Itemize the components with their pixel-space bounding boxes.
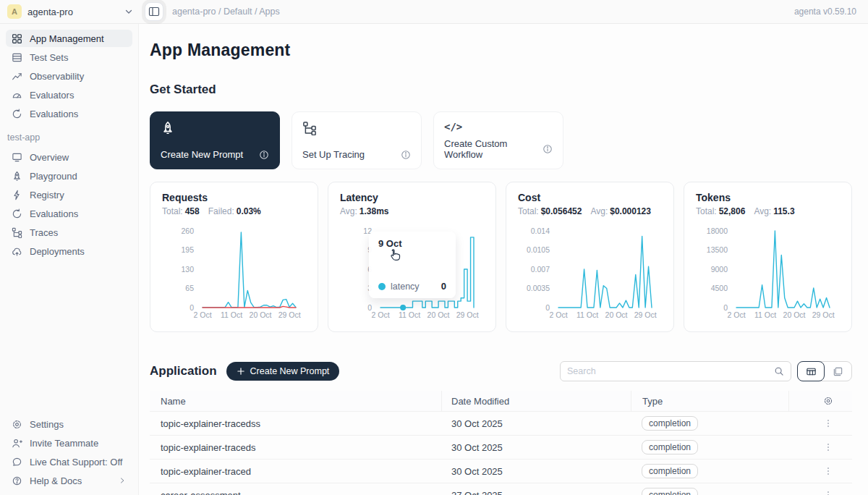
lightning-icon <box>12 190 22 200</box>
chart-title: Requests <box>162 192 306 203</box>
svg-text:20 Oct: 20 Oct <box>427 310 450 319</box>
svg-text:2 Oct: 2 Oct <box>193 310 211 319</box>
dots-vertical-icon <box>823 442 833 452</box>
create-new-prompt-card[interactable]: Create New Prompt <box>150 111 280 169</box>
user-plus-icon <box>12 438 22 449</box>
column-header-type[interactable]: Type <box>631 391 788 411</box>
search-icon[interactable] <box>774 366 784 376</box>
card-view-button[interactable] <box>824 362 851 381</box>
sidebar-item-settings[interactable]: Settings <box>6 415 132 433</box>
set-up-tracing-card[interactable]: Set Up Tracing <box>292 111 422 169</box>
column-header-name[interactable]: Name <box>150 396 441 407</box>
sidebar-item-observability[interactable]: Observability <box>6 67 132 85</box>
sidebar-item-help-docs[interactable]: Help & Docs <box>6 472 132 489</box>
sidebar-item-live-chat-support[interactable]: Live Chat Support: Off <box>6 453 132 470</box>
search-box[interactable] <box>560 361 791 381</box>
svg-text:260: 260 <box>181 227 194 235</box>
column-header-date-modified[interactable]: Date Modified <box>441 391 631 411</box>
sidebar: App Management Test Sets Observability E… <box>0 24 139 495</box>
application-heading: Application <box>150 364 217 378</box>
view-mode-toggle <box>797 361 852 381</box>
gear-icon <box>12 419 22 430</box>
table-view-button[interactable] <box>797 361 825 381</box>
sidebar-item-label: Settings <box>30 419 64 430</box>
sidebar-item-invite-teammate[interactable]: Invite Teammate <box>6 434 132 452</box>
search-input[interactable] <box>567 366 774 376</box>
cloud-icon <box>12 246 22 257</box>
chart-title: Tokens <box>696 192 840 203</box>
sidebar-item-test-sets[interactable]: Test Sets <box>6 48 132 66</box>
table-header-row: Name Date Modified Type <box>150 391 852 412</box>
workspace-name: agenta-pro <box>27 7 117 17</box>
chart-title: Cost <box>518 192 662 203</box>
table-row[interactable]: topic-explainer-tracedss 30 Oct 2025 com… <box>150 412 852 436</box>
workspace-selector[interactable]: A agenta-pro <box>7 4 135 19</box>
row-menu-button[interactable] <box>823 466 833 476</box>
sidebar-item-evaluations-app[interactable]: Evaluations <box>6 205 132 222</box>
tooltip-series-label: latency <box>391 282 420 292</box>
sidebar-item-label: Test Sets <box>30 52 68 63</box>
chat-icon <box>12 457 22 468</box>
table-row[interactable]: topic-explainer-traced 30 Oct 2025 compl… <box>150 460 852 483</box>
sidebar-item-label: App Management <box>30 33 104 44</box>
svg-text:20 Oct: 20 Oct <box>605 310 628 319</box>
table-view-icon <box>806 366 817 377</box>
table-row[interactable]: topic-explainer-traceds 30 Oct 2025 comp… <box>150 436 852 460</box>
svg-text:29 Oct: 29 Oct <box>278 310 301 319</box>
requests-chart[interactable]: 2601951306502 Oct11 Oct20 Oct29 Oct <box>162 224 307 322</box>
table-icon <box>12 52 22 63</box>
sidebar-item-overview[interactable]: Overview <box>6 148 132 166</box>
card-label: Set Up Tracing <box>302 149 365 160</box>
topbar: A agenta-pro agenta-pro / Default / Apps… <box>0 0 868 24</box>
svg-text:9000: 9000 <box>711 265 728 274</box>
sidebar-item-label: Deployments <box>30 246 85 257</box>
cost-chart[interactable]: 0.0140.01050.0070.003502 Oct11 Oct20 Oct… <box>518 224 663 322</box>
grid-icon <box>12 33 22 44</box>
svg-text:29 Oct: 29 Oct <box>634 310 657 319</box>
svg-text:11 Oct: 11 Oct <box>576 310 598 319</box>
type-badge: completion <box>642 464 698 478</box>
create-new-prompt-button[interactable]: Create New Prompt <box>226 362 340 381</box>
svg-text:2 Oct: 2 Oct <box>727 310 745 319</box>
breadcrumb[interactable]: agenta-pro / Default / Apps <box>172 7 280 17</box>
sidebar-item-playground[interactable]: Playground <box>6 167 132 185</box>
create-custom-workflow-card[interactable]: </> Create Custom Workflow <box>433 111 563 169</box>
info-icon[interactable] <box>259 150 269 160</box>
series-dot <box>378 283 386 290</box>
tooltip-value: 0 <box>441 281 446 292</box>
app-name: topic-explainer-traced <box>150 466 441 477</box>
dots-vertical-icon <box>823 418 833 428</box>
row-menu-button[interactable] <box>823 490 833 495</box>
info-icon[interactable] <box>401 150 411 160</box>
line-chart-icon <box>12 71 22 82</box>
sidebar-item-deployments[interactable]: Deployments <box>6 242 132 260</box>
sidebar-item-evaluations[interactable]: Evaluations <box>6 105 132 122</box>
sidebar-item-app-management[interactable]: App Management <box>6 30 132 47</box>
sidebar-item-label: Overview <box>30 152 69 163</box>
row-menu-button[interactable] <box>823 418 833 428</box>
metrics-charts: Requests Total:458 Failed:0.03% 26019513… <box>150 182 852 332</box>
tokens-chart[interactable]: 18000135009000450002 Oct11 Oct20 Oct29 O… <box>696 224 841 322</box>
chart-title: Latency <box>340 192 484 203</box>
monitor-icon <box>12 152 22 163</box>
sidebar-item-traces[interactable]: Traces <box>6 224 132 241</box>
stat-label: Total: <box>162 206 183 216</box>
svg-text:0.014: 0.014 <box>531 227 550 235</box>
sidebar-collapse-button[interactable] <box>145 2 163 21</box>
column-settings-gear-icon[interactable] <box>823 396 833 406</box>
card-label: Create Custom Workflow <box>444 138 542 160</box>
question-icon <box>12 475 22 486</box>
table-row[interactable]: career-assessment 27 Oct 2025 completion <box>150 483 852 495</box>
sidebar-item-evaluators[interactable]: Evaluators <box>6 86 132 103</box>
cost-chart-card: Cost Total:$0.056452 Avg:$0.000123 0.014… <box>506 182 674 332</box>
stat-value: 115.3 <box>773 206 794 216</box>
svg-text:4500: 4500 <box>711 284 728 292</box>
sidebar-item-label: Live Chat Support: Off <box>30 457 122 468</box>
sidebar-item-registry[interactable]: Registry <box>6 186 132 203</box>
info-icon[interactable] <box>542 144 553 154</box>
row-menu-button[interactable] <box>823 442 833 452</box>
refresh-icon <box>12 208 22 219</box>
app-version: agenta v0.59.10 <box>794 7 856 17</box>
page-title: App Management <box>150 41 852 60</box>
app-name: topic-explainer-traceds <box>150 442 441 453</box>
